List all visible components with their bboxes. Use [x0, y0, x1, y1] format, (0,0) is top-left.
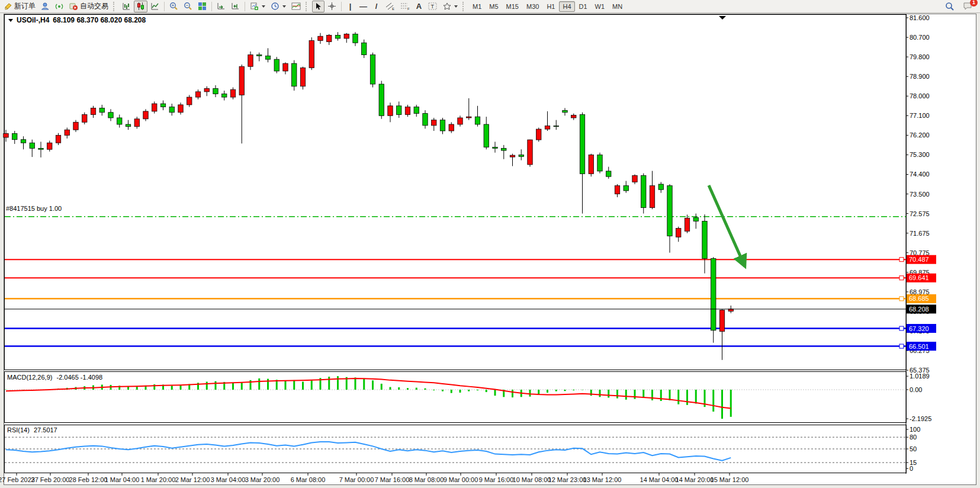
toolbar-separator [245, 2, 245, 11]
indicators-button[interactable] [289, 1, 303, 12]
candle-body [554, 126, 558, 127]
fibonacci-tool[interactable]: F [398, 1, 412, 12]
date-label: 9 Mar 16:00 [479, 476, 514, 483]
candle-body [370, 54, 375, 84]
price-tick-label: 74.400 [910, 171, 930, 178]
svg-text:E: E [392, 7, 394, 11]
candle-body [519, 155, 523, 156]
candle-body [458, 118, 462, 124]
candle-body [624, 186, 628, 191]
svg-text:F: F [407, 7, 410, 11]
candle-body [484, 124, 489, 147]
bar-chart-button[interactable] [120, 1, 133, 12]
date-label: 28 Feb 12:00 [69, 476, 108, 483]
arrows-tool[interactable] [441, 1, 460, 12]
tf-h4[interactable]: H4 [559, 1, 574, 12]
chart-ohlc-values: 68.109 68.370 68.020 68.208 [53, 16, 146, 24]
price-tick-label: 77.100 [910, 112, 930, 119]
text-tool[interactable]: A [413, 1, 425, 12]
candle-body [536, 129, 541, 140]
tf-w1[interactable]: W1 [592, 1, 609, 12]
search-icon [945, 2, 955, 11]
candle-body [283, 63, 288, 71]
crosshair-button[interactable] [325, 1, 339, 12]
price-tick-label: 81.600 [910, 14, 930, 21]
candle-body [650, 186, 654, 208]
date-label: 2 Mar 12:00 [175, 476, 210, 483]
signal-button[interactable] [53, 1, 66, 12]
toolbar-separator [164, 2, 165, 11]
candle-body [719, 310, 724, 332]
candle-body [563, 110, 567, 112]
notifications-button[interactable]: 1 [960, 1, 975, 12]
candle-body [143, 111, 148, 119]
notification-badge: 1 [970, 0, 978, 7]
line-chart-icon [150, 2, 159, 11]
user-icon [41, 2, 50, 11]
auto-trading-button[interactable]: 自动交易 [67, 1, 111, 12]
price-badge: 66.501 [907, 342, 936, 351]
tf-d1[interactable]: D1 [576, 1, 591, 12]
chart-canvas[interactable]: 81.60080.70079.80078.90078.00077.10076.2… [0, 13, 980, 488]
tf-m15[interactable]: M15 [503, 1, 522, 12]
candle-body [274, 59, 279, 71]
tf-h1[interactable]: H1 [543, 1, 558, 12]
chart-window-frame [4, 14, 976, 485]
price-tick-label: 80.700 [910, 34, 930, 41]
tf-m30[interactable]: M30 [523, 1, 542, 12]
candle-body [248, 54, 253, 66]
new-order-button[interactable]: 新订单 [2, 1, 38, 12]
trendline-tool[interactable]: / [370, 1, 383, 12]
new-order-icon [4, 2, 12, 11]
tf-m1[interactable]: M1 [469, 1, 485, 12]
candle-body [685, 218, 689, 231]
tf-m5[interactable]: M5 [486, 1, 502, 12]
zoom-in-button[interactable] [167, 1, 181, 12]
chart-shift-button[interactable] [229, 1, 242, 12]
candle-body [65, 130, 69, 135]
candle-body [195, 92, 200, 97]
dropdown-caret [282, 5, 286, 8]
auto-scroll-button[interactable] [214, 1, 228, 12]
price-tick-label: 76.200 [910, 131, 930, 139]
candle-body [213, 88, 218, 94]
tile-windows-button[interactable] [195, 1, 209, 12]
horizontal-line-tool[interactable]: — [357, 1, 369, 12]
candle-body [423, 114, 428, 126]
candle-body [222, 94, 227, 98]
candle-body [362, 43, 367, 54]
candle-body [12, 133, 17, 139]
toolbar-grip [462, 2, 467, 11]
clock-icon [271, 2, 279, 11]
candle-body [134, 119, 139, 127]
candle-body [632, 175, 637, 182]
chart-expander-icon[interactable] [8, 19, 13, 22]
text-label-tool[interactable]: T [426, 1, 440, 12]
zoom-out-button[interactable] [181, 1, 195, 12]
new-chart-button[interactable] [248, 1, 268, 12]
period-button[interactable] [268, 1, 288, 12]
candle-body [318, 36, 323, 40]
fibonacci-icon: F [400, 2, 410, 11]
line-chart-button[interactable] [148, 1, 162, 12]
vertical-line-tool[interactable]: | [344, 1, 356, 12]
cursor-button[interactable] [312, 1, 324, 12]
dropdown-caret [454, 5, 458, 8]
channel-tool[interactable]: E [383, 1, 397, 12]
candle-body [82, 114, 87, 122]
candlestick-chart-button[interactable] [134, 1, 147, 12]
candle-body [589, 155, 593, 174]
tf-mn[interactable]: MN [609, 1, 626, 12]
date-label: 3 Mar 04:00 [211, 476, 246, 483]
candle-body [388, 106, 393, 116]
profile-button[interactable] [38, 1, 52, 12]
price-tick-label: 78.900 [910, 73, 930, 80]
macd-indicator-label: MACD(12,26,9) -2.0465 -1.4098 [7, 374, 102, 381]
candle-body [667, 186, 672, 236]
date-label: 7 Mar 16:00 [375, 476, 410, 483]
svg-text:68.208: 68.208 [909, 306, 929, 313]
svg-text:T: T [431, 4, 435, 9]
search-button[interactable] [943, 1, 957, 12]
macd-axis-label: 0.00 [910, 386, 922, 393]
candle-body [160, 104, 165, 107]
